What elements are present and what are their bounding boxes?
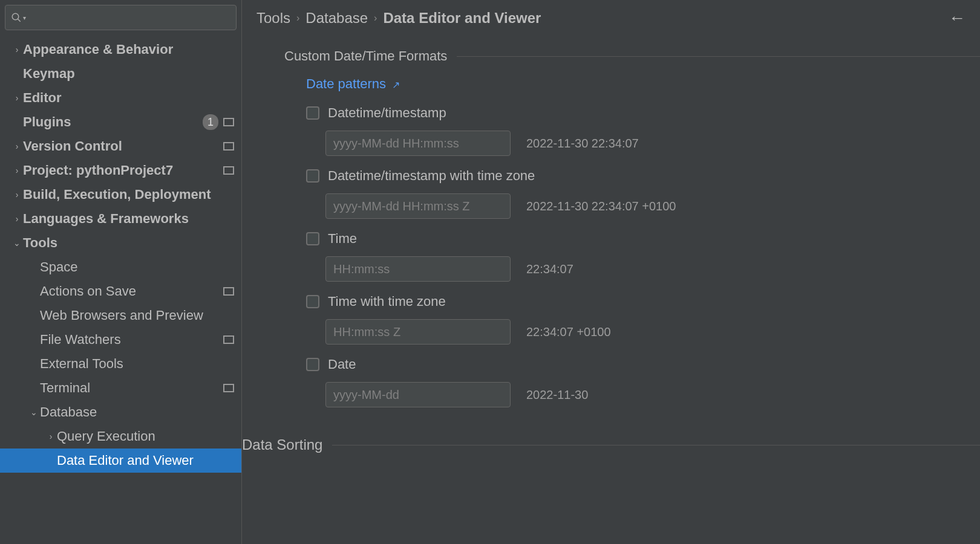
sidebar-item-editor[interactable]: ›Editor bbox=[0, 86, 241, 110]
chevron-right-icon[interactable]: › bbox=[45, 432, 57, 441]
format-sample: 22:34:07 +0100 bbox=[526, 325, 611, 339]
breadcrumb-item[interactable]: Database bbox=[305, 10, 368, 27]
project-scope-icon bbox=[223, 335, 234, 344]
sidebar-item-space[interactable]: Space bbox=[0, 255, 241, 279]
sidebar-item-label: Terminal bbox=[40, 380, 223, 396]
sidebar-item-label: Data Editor and Viewer bbox=[57, 453, 234, 468]
link-row: Date patterns ↗ bbox=[242, 64, 980, 98]
project-scope-icon bbox=[223, 118, 234, 126]
section-title: Custom Date/Time Formats bbox=[284, 48, 447, 64]
svg-line-1 bbox=[18, 19, 21, 22]
chevron-right-icon[interactable]: › bbox=[11, 190, 23, 199]
sidebar-item-label: Actions on Save bbox=[40, 283, 223, 299]
chevron-right-icon: › bbox=[374, 13, 377, 24]
sidebar-item-version-control[interactable]: ›Version Control bbox=[0, 134, 241, 158]
search-icon bbox=[11, 12, 22, 23]
chevron-down-icon[interactable]: ⌄ bbox=[28, 407, 40, 417]
sidebar-item-file-watchers[interactable]: File Watchers bbox=[0, 328, 241, 352]
sidebar-item-data-editor-and-viewer[interactable]: Data Editor and Viewer bbox=[0, 448, 241, 473]
back-arrow-button[interactable]: ← bbox=[949, 8, 965, 28]
checkbox[interactable] bbox=[306, 232, 319, 245]
chevron-down-icon[interactable]: ⌄ bbox=[11, 238, 23, 248]
sidebar-item-label: Version Control bbox=[23, 138, 223, 154]
sidebar-item-external-tools[interactable]: External Tools bbox=[0, 352, 241, 376]
sidebar-item-actions-on-save[interactable]: Actions on Save bbox=[0, 279, 241, 303]
checkbox-row: Datetime/timestamp with time zone bbox=[242, 161, 980, 189]
project-scope-icon bbox=[223, 166, 234, 175]
checkbox-row: Datetime/timestamp bbox=[242, 98, 980, 126]
chevron-right-icon[interactable]: › bbox=[11, 93, 23, 103]
input-row: 2022-11-30 22:34:07 bbox=[242, 126, 980, 161]
format-input[interactable] bbox=[325, 193, 511, 219]
sidebar-item-label: Keymap bbox=[23, 66, 234, 82]
sidebar-item-label: Database bbox=[40, 404, 234, 420]
sidebar-item-project-pythonproject7[interactable]: ›Project: pythonProject7 bbox=[0, 158, 241, 183]
section-header: Data Sorting bbox=[242, 436, 980, 453]
checkbox[interactable] bbox=[306, 358, 319, 371]
format-input[interactable] bbox=[325, 131, 511, 156]
breadcrumb-current: Data Editor and Viewer bbox=[383, 10, 541, 27]
sidebar-item-build-execution-deployment[interactable]: ›Build, Execution, Deployment bbox=[0, 183, 241, 207]
sidebar-item-label: Project: pythonProject7 bbox=[23, 163, 223, 178]
checkbox-label: Time with time zone bbox=[328, 294, 446, 309]
chevron-right-icon[interactable]: › bbox=[11, 166, 23, 175]
format-sample: 22:34:07 bbox=[526, 262, 573, 276]
checkbox-row: Time with time zone bbox=[242, 287, 980, 314]
format-sample: 2022-11-30 22:34:07 +0100 bbox=[526, 199, 676, 213]
sidebar-item-label: Tools bbox=[23, 235, 234, 251]
sidebar-item-label: Appearance & Behavior bbox=[23, 42, 234, 57]
checkbox-row: Date bbox=[242, 349, 980, 377]
checkbox[interactable] bbox=[306, 295, 319, 308]
sidebar-item-label: Web Browsers and Preview bbox=[40, 308, 234, 323]
checkbox-label: Date bbox=[328, 357, 356, 372]
sidebar-item-languages-frameworks[interactable]: ›Languages & Frameworks bbox=[0, 207, 241, 231]
search-container: ▾ bbox=[0, 0, 241, 35]
sidebar-item-label: Editor bbox=[23, 90, 234, 106]
sidebar-item-label: Languages & Frameworks bbox=[23, 211, 234, 227]
sidebar-item-plugins[interactable]: Plugins1 bbox=[0, 110, 241, 134]
sidebar-item-label: Query Execution bbox=[57, 429, 234, 444]
sidebar-item-database[interactable]: ⌄Database bbox=[0, 400, 241, 424]
checkbox-row: Time bbox=[242, 224, 980, 251]
count-badge: 1 bbox=[203, 114, 218, 130]
checkbox-label: Datetime/timestamp bbox=[328, 105, 446, 121]
checkbox-label: Time bbox=[328, 231, 357, 247]
breadcrumb: Tools › Database › Data Editor and Viewe… bbox=[242, 0, 980, 36]
input-row: 22:34:07 bbox=[242, 251, 980, 287]
project-scope-icon bbox=[223, 287, 234, 296]
format-input[interactable] bbox=[325, 319, 511, 345]
sidebar-item-keymap[interactable]: Keymap bbox=[0, 62, 241, 86]
chevron-right-icon[interactable]: › bbox=[11, 45, 23, 54]
format-input[interactable] bbox=[325, 256, 511, 282]
project-scope-icon bbox=[223, 384, 234, 392]
svg-point-0 bbox=[12, 13, 19, 20]
checkbox-label: Datetime/timestamp with time zone bbox=[328, 168, 535, 184]
chevron-right-icon[interactable]: › bbox=[11, 141, 23, 151]
input-row: 2022-11-30 bbox=[242, 377, 980, 412]
main-panel: Tools › Database › Data Editor and Viewe… bbox=[242, 0, 980, 544]
sidebar-item-terminal[interactable]: Terminal bbox=[0, 376, 241, 400]
sidebar-item-label: Space bbox=[40, 259, 234, 275]
checkbox[interactable] bbox=[306, 106, 319, 120]
format-sample: 2022-11-30 22:34:07 bbox=[526, 137, 639, 151]
section-title: Data Sorting bbox=[242, 436, 322, 453]
external-link-icon: ↗ bbox=[392, 80, 400, 90]
search-input[interactable] bbox=[5, 5, 237, 30]
sidebar-item-tools[interactable]: ⌄Tools bbox=[0, 231, 241, 255]
sidebar-item-label: External Tools bbox=[40, 356, 234, 372]
sidebar-item-query-execution[interactable]: ›Query Execution bbox=[0, 424, 241, 448]
input-row: 22:34:07 +0100 bbox=[242, 314, 980, 349]
breadcrumb-item[interactable]: Tools bbox=[256, 10, 290, 27]
date-patterns-link[interactable]: Date patterns bbox=[306, 76, 386, 91]
section-header: Custom Date/Time Formats bbox=[242, 48, 980, 64]
format-sample: 2022-11-30 bbox=[526, 388, 588, 402]
format-input[interactable] bbox=[325, 382, 511, 407]
sidebar-item-web-browsers-and-preview[interactable]: Web Browsers and Preview bbox=[0, 303, 241, 328]
checkbox[interactable] bbox=[306, 169, 319, 183]
project-scope-icon bbox=[223, 142, 234, 151]
chevron-down-icon[interactable]: ▾ bbox=[23, 15, 26, 21]
sidebar-item-label: Plugins bbox=[23, 114, 203, 130]
chevron-right-icon: › bbox=[296, 13, 299, 24]
chevron-right-icon[interactable]: › bbox=[11, 214, 23, 224]
sidebar-item-appearance-behavior[interactable]: ›Appearance & Behavior bbox=[0, 37, 241, 62]
